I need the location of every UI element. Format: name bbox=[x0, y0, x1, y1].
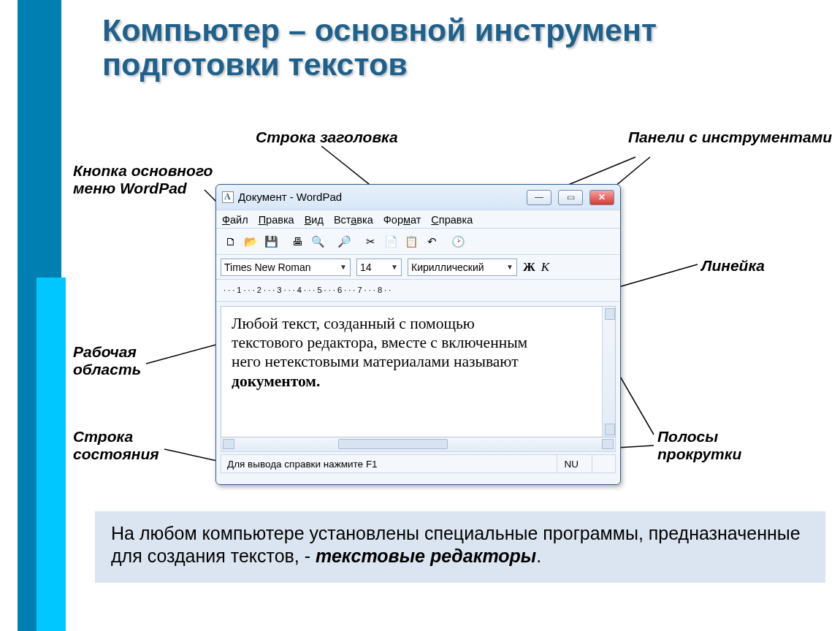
preview-icon[interactable]: 🔍 bbox=[308, 232, 327, 251]
label-status-bar: Строка состояния bbox=[73, 428, 197, 463]
font-name-value: Times New Roman bbox=[224, 261, 311, 273]
menu-file[interactable]: Файл bbox=[222, 210, 248, 228]
open-icon[interactable]: 📂 bbox=[241, 232, 260, 251]
charset-combo[interactable]: Кириллический▼ bbox=[408, 259, 517, 276]
save-icon[interactable]: 💾 bbox=[261, 232, 280, 251]
label-toolbars: Панели с инструментами bbox=[628, 129, 832, 146]
decor-bar-light bbox=[37, 278, 66, 631]
bold-button[interactable]: Ж bbox=[523, 260, 535, 275]
menu-format[interactable]: Формат bbox=[383, 210, 421, 228]
body-line-bold: документом. bbox=[232, 372, 320, 390]
bottom-paragraph: На любом компьютере установлены специаль… bbox=[95, 511, 825, 583]
label-scrollbars: Полосы прокрутки bbox=[657, 428, 774, 463]
maximize-button[interactable]: ▭ bbox=[558, 190, 583, 205]
svg-line-3 bbox=[614, 264, 698, 288]
status-bar: Для вывода справки нажмите F1 NU bbox=[221, 454, 616, 473]
horizontal-scrollbar[interactable] bbox=[221, 437, 616, 452]
font-size-value: 14 bbox=[360, 261, 372, 273]
status-text: Для вывода справки нажмите F1 bbox=[227, 459, 551, 470]
scroll-right-icon[interactable] bbox=[602, 439, 614, 449]
menu-help[interactable]: Справка bbox=[431, 210, 473, 228]
label-ruler: Линейка bbox=[701, 257, 765, 275]
font-name-combo[interactable]: Times New Roman▼ bbox=[221, 259, 351, 276]
window-title-bar[interactable]: Документ - WordPad — ▭ ✕ bbox=[216, 185, 620, 210]
undo-icon[interactable]: ↶ bbox=[422, 232, 441, 251]
work-area[interactable]: Любой текст, созданный с помощью текстов… bbox=[221, 306, 616, 437]
slide-title: Компьютер – основной инструмент подготов… bbox=[102, 13, 825, 83]
body-line: него нетекстовыми материалами называют bbox=[232, 353, 519, 370]
standard-toolbar: 🗋 📂 💾 🖶 🔍 🔎 ✂ 📄 📋 ↶ 🕑 bbox=[216, 229, 620, 255]
cut-icon[interactable]: ✂ bbox=[361, 232, 380, 251]
scroll-left-icon[interactable] bbox=[223, 439, 234, 449]
minimize-button[interactable]: — bbox=[527, 190, 551, 205]
bottom-text-2: . bbox=[536, 546, 541, 566]
app-icon bbox=[222, 191, 234, 203]
menu-view[interactable]: Вид bbox=[305, 210, 324, 228]
charset-value: Кириллический bbox=[411, 261, 484, 273]
chevron-down-icon: ▼ bbox=[335, 263, 347, 271]
window-title-text: Документ - WordPad bbox=[238, 185, 520, 210]
menu-insert[interactable]: Вставка bbox=[334, 210, 373, 228]
label-main-menu: Кнопка основного меню WordPad bbox=[73, 162, 219, 197]
label-work-area: Рабочая область bbox=[73, 343, 183, 378]
vertical-scrollbar[interactable] bbox=[602, 307, 615, 437]
find-icon[interactable]: 🔎 bbox=[335, 232, 354, 251]
datetime-icon[interactable]: 🕑 bbox=[448, 232, 467, 251]
chevron-down-icon: ▼ bbox=[386, 263, 398, 271]
scroll-thumb[interactable] bbox=[338, 439, 448, 449]
font-size-combo[interactable]: 14▼ bbox=[356, 259, 402, 276]
print-icon[interactable]: 🖶 bbox=[288, 232, 307, 251]
body-line: текстового редактора, вместе с включенны… bbox=[232, 334, 527, 351]
italic-button[interactable]: К bbox=[541, 260, 549, 275]
new-icon[interactable]: 🗋 bbox=[221, 232, 240, 251]
chevron-down-icon: ▼ bbox=[502, 263, 513, 271]
menu-edit[interactable]: Правка bbox=[259, 210, 294, 228]
body-line: Любой текст, созданный с помощью bbox=[232, 315, 475, 332]
menu-bar: Файл Правка Вид Вставка Формат Справка bbox=[216, 210, 620, 229]
close-button[interactable]: ✕ bbox=[589, 190, 614, 205]
copy-icon[interactable]: 📄 bbox=[381, 232, 400, 251]
status-indicator: NU bbox=[557, 455, 587, 473]
paste-icon[interactable]: 📋 bbox=[402, 232, 421, 251]
bottom-emph: текстовые редакторы bbox=[316, 546, 536, 566]
status-spacer bbox=[592, 455, 609, 473]
label-title-bar: Строка заголовка bbox=[256, 129, 398, 146]
wordpad-window: Документ - WordPad — ▭ ✕ Файл Правка Вид… bbox=[215, 184, 621, 485]
format-toolbar: Times New Roman▼ 14▼ Кириллический▼ Ж К bbox=[216, 255, 620, 280]
ruler[interactable]: · · · 1 · · · 2 · · · 3 · · · 4 · · · 5 … bbox=[216, 280, 620, 302]
